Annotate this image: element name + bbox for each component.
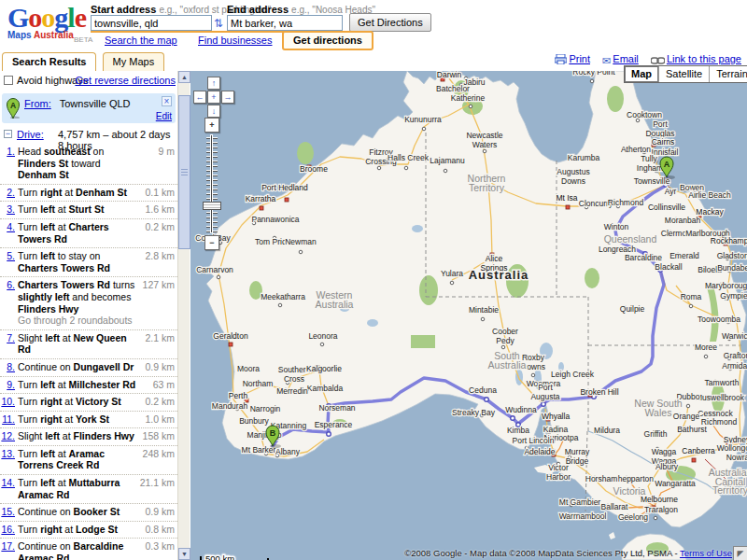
- step-number-link[interactable]: 8.: [0, 361, 18, 373]
- collapse-icon[interactable]: −: [4, 130, 12, 138]
- step-number-link[interactable]: 2.: [0, 187, 18, 199]
- step-instruction: Turn right at Victory St: [18, 396, 138, 408]
- swap-addresses-icon[interactable]: ⇅: [214, 17, 223, 30]
- svg-text:Ingham: Ingham: [637, 163, 663, 173]
- step-distance: 248 km: [138, 448, 177, 471]
- map-type-satellite[interactable]: Satellite: [658, 66, 709, 82]
- zoom-slider-handle[interactable]: [203, 202, 221, 210]
- print-link[interactable]: Print: [569, 53, 590, 64]
- overview-map-toggle-icon[interactable]: ◤: [733, 546, 747, 560]
- drive-link[interactable]: Drive:: [17, 129, 44, 140]
- step-number-link[interactable]: 16.: [0, 524, 18, 536]
- step-instruction: Turn right at York St: [18, 413, 138, 426]
- zoom-in-button[interactable]: +: [204, 118, 219, 133]
- direction-step: 10.Turn right at Victory St0.2 km: [0, 393, 177, 411]
- svg-text:Leigh Creek: Leigh Creek: [551, 370, 595, 379]
- direction-step: 15.Continue on Booker St0.9 km: [0, 503, 177, 521]
- start-address-input[interactable]: [91, 15, 212, 31]
- terms-of-use-link[interactable]: Terms of Use: [680, 548, 732, 558]
- step-number-link[interactable]: 3.: [0, 203, 18, 216]
- svg-text:Warwick: Warwick: [722, 331, 747, 341]
- step-number-link[interactable]: 7.: [0, 332, 18, 356]
- pan-down-icon[interactable]: ↓: [207, 105, 220, 118]
- svg-text:B: B: [270, 428, 276, 438]
- close-from-icon[interactable]: ×: [162, 96, 172, 106]
- svg-text:NorthernTerritory: NorthernTerritory: [468, 173, 506, 193]
- step-number-link[interactable]: 1.: [0, 146, 18, 181]
- pan-left-icon[interactable]: ←: [193, 91, 206, 104]
- svg-text:Port Lincoln: Port Lincoln: [513, 436, 555, 445]
- scroll-up-icon[interactable]: ▲: [178, 71, 190, 83]
- step-number-link[interactable]: 14.: [0, 477, 18, 500]
- step-number-link[interactable]: 5.: [0, 250, 18, 273]
- step-instruction: Charters Towers Rd turns slightly left a…: [18, 279, 138, 326]
- map-type-map[interactable]: Map: [625, 66, 658, 82]
- step-number-link[interactable]: 12.: [0, 430, 18, 442]
- nav-search-the-map[interactable]: Search the map: [105, 35, 177, 46]
- direction-step: 17.Continue on Barcaldine Aramac Rd0.3 k…: [0, 538, 177, 560]
- svg-text:Blackall: Blackall: [655, 262, 682, 272]
- svg-text:Pannawonica: Pannawonica: [251, 215, 299, 224]
- step-number-link[interactable]: 6.: [0, 279, 18, 326]
- step-number-link[interactable]: 17.: [0, 540, 18, 560]
- step-number-link[interactable]: 11.: [0, 413, 18, 426]
- step-distance: 63 m: [138, 379, 177, 391]
- step-instruction: Turn left at Sturt St: [18, 203, 138, 216]
- directions-steps-list: 1.Head southeast on Flinders St toward D…: [0, 144, 177, 560]
- svg-text:Ayr: Ayr: [665, 187, 677, 196]
- svg-text:Kambalda: Kambalda: [307, 384, 344, 393]
- map-canvas[interactable]: DarwinJabiruBatchelorKatherineKununurraF…: [190, 71, 747, 560]
- edit-from-link[interactable]: Edit: [156, 111, 172, 121]
- svg-text:Moora: Moora: [237, 364, 260, 373]
- svg-text:Atherton: Atherton: [621, 145, 651, 154]
- svg-text:Collinsville: Collinsville: [648, 203, 685, 212]
- step-instruction: Continue on Barcaldine Aramac Rd: [18, 540, 138, 560]
- tab-search-results[interactable]: Search Results: [2, 52, 96, 71]
- svg-text:Traralgon: Traralgon: [644, 505, 678, 514]
- map-type-terrain[interactable]: Terrain: [709, 66, 747, 82]
- get-directions-button[interactable]: Get Directions: [349, 13, 431, 32]
- nav-find-businesses[interactable]: Find businesses: [198, 35, 273, 46]
- svg-text:Ceduna: Ceduna: [469, 385, 497, 395]
- step-number-link[interactable]: 15.: [0, 506, 18, 518]
- step-number-link[interactable]: 13.: [0, 448, 18, 471]
- step-number-link[interactable]: 9.: [0, 379, 18, 391]
- email-icon: ✉: [602, 55, 611, 67]
- svg-text:Bathurst: Bathurst: [677, 425, 707, 434]
- pan-up-icon[interactable]: ↑: [207, 77, 220, 90]
- svg-text:Narrogin: Narrogin: [250, 404, 281, 413]
- step-instruction: Slight left at New Queen Rd: [18, 332, 138, 356]
- step-distance: 0.2 km: [138, 221, 177, 245]
- svg-text:Katherine: Katherine: [451, 93, 486, 103]
- pan-right-icon[interactable]: →: [221, 91, 234, 104]
- link-to-page-link[interactable]: Link to this page: [667, 53, 741, 64]
- svg-text:Merredin: Merredin: [276, 386, 308, 396]
- zoom-out-button[interactable]: −: [204, 235, 219, 250]
- sidebar-scrollbar[interactable]: ▲ ▼: [177, 71, 190, 560]
- svg-text:Cairns: Cairns: [652, 137, 675, 147]
- drive-summary-row: − Drive: 4,757 km – about 2 days 8 hours: [0, 123, 177, 144]
- nav-get-directions[interactable]: Get directions: [282, 31, 374, 50]
- tab-my-maps[interactable]: My Maps: [103, 52, 165, 71]
- avoid-highways-checkbox[interactable]: [4, 76, 13, 85]
- beta-label: BETA: [74, 35, 92, 44]
- end-address-input[interactable]: [227, 15, 343, 31]
- svg-text:Leonora: Leonora: [308, 331, 337, 341]
- step-distance: 1.6 km: [138, 203, 177, 216]
- svg-text:Mt Isa: Mt Isa: [556, 193, 577, 203]
- step-number-link[interactable]: 4.: [0, 221, 18, 245]
- svg-text:Armidale: Armidale: [722, 361, 747, 371]
- svg-text:AustralianCapitalTerritory: AustralianCapitalTerritory: [709, 467, 747, 496]
- step-distance: 21.1 km: [138, 477, 177, 500]
- svg-text:Orange: Orange: [673, 412, 700, 421]
- scrollbar-thumb[interactable]: [178, 95, 190, 249]
- pan-center-icon[interactable]: +: [207, 91, 220, 104]
- from-link[interactable]: From:: [24, 98, 51, 109]
- svg-text:Darwin: Darwin: [437, 71, 462, 79]
- svg-text:Port Hedland: Port Hedland: [261, 183, 308, 192]
- svg-text:Lajamanu: Lajamanu: [430, 156, 465, 165]
- email-link[interactable]: Email: [613, 53, 639, 64]
- step-number-link[interactable]: 10.: [0, 396, 18, 408]
- scroll-down-icon[interactable]: ▼: [178, 548, 190, 560]
- reverse-directions-link[interactable]: Get reverse directions: [75, 75, 176, 86]
